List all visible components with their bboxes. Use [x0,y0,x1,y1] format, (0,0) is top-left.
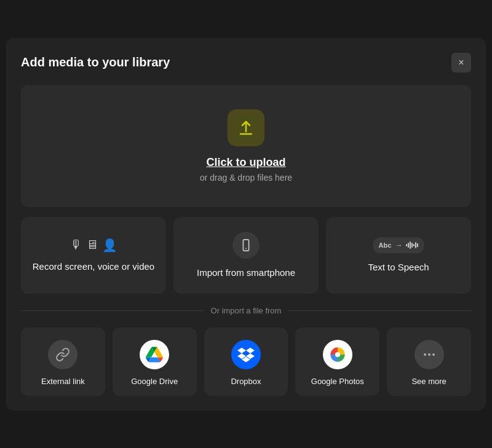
upload-drag-text: or drag & drop files here [200,173,292,183]
svg-rect-3 [408,243,409,248]
upload-click-text: Click to upload [206,156,285,169]
user-icon: 👤 [102,238,117,253]
import-divider: Or import a file from [21,306,471,315]
gdrive-icon [146,346,163,363]
modal-title: Add media to your library [21,55,170,69]
smartphone-label: Import from smartphone [197,266,295,279]
svg-rect-5 [411,243,413,248]
svg-point-9 [335,352,340,356]
divider-text: Or import a file from [211,306,282,315]
gphotos-label: Google Photos [311,377,364,386]
add-media-modal: Add media to your library × Click to upl… [6,38,486,411]
import-row: External link Google Drive [21,328,471,396]
upload-icon [236,118,256,138]
svg-rect-7 [415,242,416,248]
dropbox-label: Dropbox [231,377,261,386]
import-external[interactable]: External link [21,328,105,396]
gdrive-label: Google Drive [131,377,178,386]
option-tts[interactable]: Abc → Text to Speech [326,217,471,294]
import-seemore[interactable]: See more [387,328,471,396]
seemore-icon-wrap [415,340,444,369]
link-icon [55,347,70,362]
options-row: 🎙 🖥 👤 Record screen, voice or video Impo… [21,217,471,294]
divider-left [21,310,204,311]
svg-rect-4 [410,242,411,249]
svg-rect-8 [417,243,418,247]
tts-label: Text to Speech [368,261,429,273]
gphotos-icon-wrap [323,340,352,369]
dropbox-icon-wrap [231,340,261,369]
external-label: External link [41,377,85,386]
record-icons: 🎙 🖥 👤 [70,238,117,253]
smartphone-icon [232,232,260,259]
tts-icons: Abc → [373,237,425,253]
waveform-icon [406,241,418,250]
option-record[interactable]: 🎙 🖥 👤 Record screen, voice or video [21,217,166,294]
arrow-icon: → [395,241,402,250]
import-gdrive[interactable]: Google Drive [113,328,197,396]
dropbox-icon [237,346,255,363]
modal-header: Add media to your library × [21,53,471,73]
upload-area[interactable]: Click to upload or drag & drop files her… [21,85,471,207]
gdrive-icon-wrap [140,340,169,369]
abc-text-icon: Abc [379,242,392,249]
import-gphotos[interactable]: Google Photos [295,328,379,396]
svg-point-12 [432,353,435,356]
svg-rect-6 [413,244,415,246]
dots-icon [422,347,437,362]
svg-point-1 [245,248,247,249]
mic-icon: 🎙 [70,238,82,252]
svg-point-10 [424,353,426,356]
record-label: Record screen, voice or video [33,260,154,273]
import-dropbox[interactable]: Dropbox [204,328,288,396]
svg-point-11 [428,353,430,356]
seemore-label: See more [411,377,446,386]
upload-icon-wrap [228,109,264,146]
screen-icon: 🖥 [86,238,98,252]
divider-right [288,310,471,311]
gphotos-icon [329,346,346,363]
close-button[interactable]: × [451,53,471,73]
option-smartphone[interactable]: Import from smartphone [173,217,319,294]
external-link-icon-wrap [48,340,77,369]
svg-rect-2 [406,244,407,246]
close-icon: × [458,57,464,68]
